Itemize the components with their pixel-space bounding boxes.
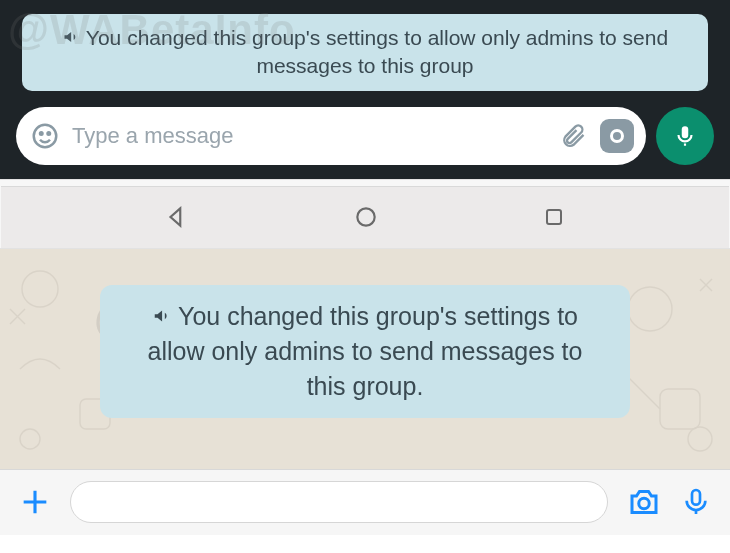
svg-point-7 xyxy=(628,287,672,331)
message-input[interactable] xyxy=(72,123,546,149)
compose-pill xyxy=(16,107,646,165)
camera-icon[interactable] xyxy=(626,484,662,520)
megaphone-icon xyxy=(152,301,174,336)
svg-point-9 xyxy=(20,429,40,449)
attachment-icon[interactable] xyxy=(556,119,590,153)
ios-chat-area: @WABetaInfo You changed this group's set… xyxy=(0,249,730,469)
system-message-bubble: You changed this group's settings to all… xyxy=(22,14,708,91)
svg-rect-4 xyxy=(547,210,561,224)
svg-rect-12 xyxy=(692,490,700,505)
system-message-bubble: You changed this group's settings to all… xyxy=(100,285,630,418)
svg-point-11 xyxy=(639,498,650,509)
compose-row xyxy=(16,107,714,165)
svg-point-3 xyxy=(357,209,374,226)
system-message-text: You changed this group's settings to all… xyxy=(86,26,668,77)
voice-record-button[interactable] xyxy=(680,486,712,518)
camera-icon[interactable] xyxy=(600,119,634,153)
nav-home-button[interactable] xyxy=(353,204,379,230)
svg-point-5 xyxy=(22,271,58,307)
megaphone-icon xyxy=(62,26,82,54)
voice-record-button[interactable] xyxy=(656,107,714,165)
emoji-icon[interactable] xyxy=(28,119,62,153)
svg-point-2 xyxy=(48,132,51,135)
nav-recent-button[interactable] xyxy=(542,205,566,229)
add-button[interactable] xyxy=(18,485,52,519)
svg-point-0 xyxy=(34,124,57,147)
svg-rect-8 xyxy=(660,389,700,429)
system-message-text: You changed this group's settings to all… xyxy=(148,302,583,400)
message-input[interactable] xyxy=(70,481,608,523)
svg-point-1 xyxy=(40,132,43,135)
android-chat-area: @WABetaInfo You changed this group's set… xyxy=(0,0,730,179)
svg-point-10 xyxy=(688,427,712,451)
android-navbar xyxy=(1,186,729,248)
ios-compose-toolbar xyxy=(0,469,730,535)
android-navbar-container xyxy=(0,179,730,249)
nav-back-button[interactable] xyxy=(164,204,190,230)
